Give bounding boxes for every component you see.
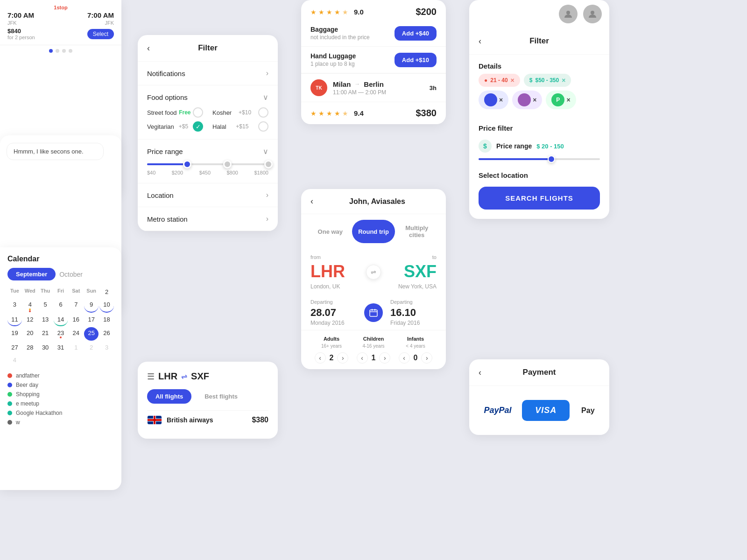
- food-header-row[interactable]: Food options ∨: [147, 93, 268, 102]
- cal-cell-17[interactable]: 17: [84, 314, 99, 326]
- september-button[interactable]: September: [7, 268, 56, 280]
- cal-cell-28[interactable]: 28: [23, 342, 37, 353]
- cal-cell-24[interactable]: 24: [69, 327, 83, 341]
- round-trip-tab[interactable]: Round trip: [352, 220, 395, 243]
- cal-cell-21[interactable]: 21: [38, 327, 53, 341]
- cal-cell-n4[interactable]: 4: [7, 354, 22, 366]
- booking-back-button[interactable]: ‹: [310, 196, 313, 206]
- infants-decrement[interactable]: ‹: [399, 352, 410, 364]
- depart-block-1: Departing 28.07 Monday 2016: [310, 299, 357, 326]
- dot-2[interactable]: [56, 49, 59, 53]
- cal-cell-26[interactable]: 26: [99, 327, 114, 341]
- cal-cell-9[interactable]: 9: [84, 299, 99, 313]
- cal-cell-13[interactable]: 13: [38, 314, 53, 326]
- filter-back-button[interactable]: ‹: [147, 43, 150, 53]
- payment-back-button[interactable]: ‹: [479, 368, 481, 378]
- adults-increment[interactable]: ›: [337, 352, 348, 364]
- cal-cell-19[interactable]: 19: [7, 327, 22, 341]
- cal-cell-25-today[interactable]: 25: [84, 327, 99, 341]
- children-increment[interactable]: ›: [379, 352, 390, 364]
- cal-cell-16[interactable]: 16: [69, 314, 83, 326]
- children-decrement[interactable]: ‹: [357, 352, 368, 364]
- legend-item-1: andfather: [7, 372, 114, 379]
- chip-age-remove[interactable]: ×: [511, 77, 514, 84]
- cal-header-thu: Thu: [38, 286, 53, 298]
- swap-button[interactable]: ⇌: [366, 265, 381, 280]
- cal-cell-5[interactable]: 5: [38, 299, 53, 313]
- dot-4[interactable]: [69, 49, 72, 53]
- pf-slider-thumb[interactable]: [548, 155, 555, 163]
- cal-cell-31[interactable]: 31: [54, 342, 68, 353]
- cal-cell-14[interactable]: 14: [54, 314, 68, 326]
- cal-cell-n3[interactable]: 3: [99, 342, 114, 353]
- chip-avatar2-remove[interactable]: ×: [533, 96, 536, 104]
- dot-3[interactable]: [62, 49, 66, 53]
- apple-pay-option[interactable]: Pay: [580, 406, 594, 415]
- cal-cell-20[interactable]: 20: [23, 327, 37, 341]
- calendar-card: Calendar September October Tue Wed Thu F…: [0, 247, 121, 490]
- search-flights-button[interactable]: SEARCH FLIGHTS: [479, 187, 600, 210]
- to-label: to: [381, 254, 437, 260]
- chip-avatar1-remove[interactable]: ×: [499, 96, 503, 104]
- cal-cell-n1[interactable]: 1: [69, 342, 83, 353]
- cal-cell-6[interactable]: 6: [54, 299, 68, 313]
- cal-cell-27[interactable]: 27: [7, 342, 22, 353]
- children-block: Children 4-16 years ‹ 1 ›: [352, 336, 395, 364]
- slider-thumb-inactive2[interactable]: [264, 160, 273, 168]
- filter-section-metro[interactable]: Metro station ›: [138, 207, 278, 231]
- from-city-name: London, UK: [310, 283, 366, 290]
- rf-back-button[interactable]: ‹: [479, 36, 481, 46]
- arrow-icon: →: [354, 81, 360, 87]
- calendar-icon-button[interactable]: [364, 303, 383, 322]
- price-slider-track[interactable]: [147, 163, 268, 165]
- street-checkbox[interactable]: [193, 107, 203, 118]
- best-flights-tab[interactable]: Best flights: [196, 389, 246, 404]
- paypal-option[interactable]: PayPal: [484, 406, 511, 415]
- food-halal: Halal +$15: [212, 121, 268, 132]
- cal-cell-n2[interactable]: 2: [84, 342, 99, 353]
- route-to: SXF: [191, 371, 209, 382]
- one-way-tab[interactable]: One way: [309, 220, 352, 243]
- cal-cell-30[interactable]: 30: [38, 342, 53, 353]
- cal-cell-3[interactable]: 3: [7, 299, 22, 313]
- cal-cell-23[interactable]: 23: [54, 327, 68, 341]
- filter-section-location[interactable]: Location ›: [138, 183, 278, 207]
- price-range-header[interactable]: Price range ∨: [147, 147, 268, 156]
- chip-price: $ $50 - 350 ×: [524, 74, 571, 87]
- pf-slider-track[interactable]: [479, 158, 600, 160]
- calendar-grid: Tue Wed Thu Fri Sat Sun 2 3 4 5 6 7 9 10…: [7, 286, 114, 366]
- multiply-cities-tab[interactable]: Multiply cities: [395, 220, 438, 243]
- slider-thumb-inactive1[interactable]: [223, 160, 232, 168]
- cal-cell-4[interactable]: 4: [23, 299, 37, 313]
- price-label-40: $40: [147, 170, 155, 175]
- star2-4: ★: [334, 110, 340, 117]
- cal-cell-11[interactable]: 11: [7, 314, 22, 326]
- vegitarian-checkbox[interactable]: ✓: [193, 121, 203, 132]
- slider-thumb-active[interactable]: [183, 160, 191, 168]
- chip-age: ● 21 - 40 ×: [479, 74, 520, 87]
- price-range-label: Price range: [147, 147, 183, 155]
- flight-select-button[interactable]: Select: [87, 29, 114, 39]
- legend-dot-5: [7, 411, 12, 415]
- all-flights-tab[interactable]: All flights: [147, 389, 191, 404]
- infants-increment[interactable]: ›: [421, 352, 432, 364]
- legend-item-5: Google Hackathon: [7, 410, 114, 416]
- price-filter-row: $ Price range $ 20 - 150: [469, 136, 609, 156]
- dot-1[interactable]: [49, 49, 53, 53]
- kosher-checkbox[interactable]: [258, 107, 268, 118]
- luggage-add-button[interactable]: Add +$10: [395, 53, 437, 67]
- baggage-add-button[interactable]: Add +$40: [395, 26, 437, 41]
- filter-section-notifications[interactable]: Notifications ›: [138, 62, 278, 85]
- visa-option[interactable]: VISA: [522, 400, 570, 421]
- from-block: from LHR London, UK: [310, 254, 366, 290]
- cal-cell-10[interactable]: 10: [99, 299, 114, 313]
- hamburger-icon[interactable]: ☰: [147, 371, 155, 382]
- halal-checkbox[interactable]: [258, 121, 268, 132]
- cal-cell-2[interactable]: 2: [99, 286, 114, 298]
- cal-cell-12[interactable]: 12: [23, 314, 37, 326]
- adults-decrement[interactable]: ‹: [315, 352, 326, 364]
- chip-avatar3-remove[interactable]: ×: [566, 96, 570, 104]
- chip-price-remove[interactable]: ×: [562, 77, 565, 84]
- cal-cell-18[interactable]: 18: [99, 314, 114, 326]
- cal-cell-7[interactable]: 7: [69, 299, 83, 313]
